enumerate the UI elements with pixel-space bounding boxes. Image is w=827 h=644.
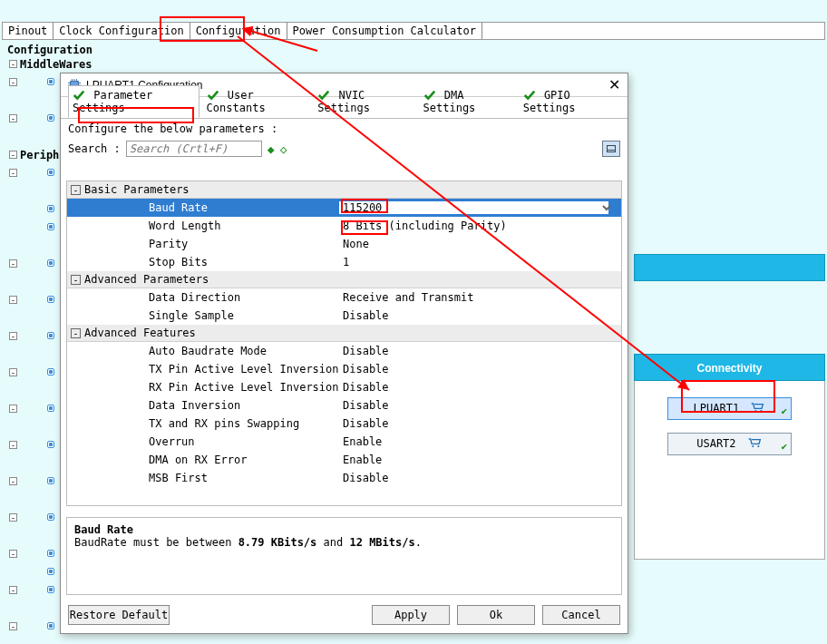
tree-expand-icon[interactable]: - [9,405,17,413]
tree-expand-icon[interactable]: - [9,151,17,159]
search-next-icon[interactable]: ◆ [268,142,275,156]
param-name: Data Direction [67,291,339,304]
row-msb-first[interactable]: MSB FirstDisable [67,469,621,487]
tab-gpio-settings[interactable]: GPIO Settings [519,85,621,118]
tab-clock-config[interactable]: Clock Configuration [54,23,190,39]
row-word-length[interactable]: Word Length 8 Bits (including Parity) [67,217,621,235]
tree-expand-icon[interactable]: - [9,296,17,304]
tree-expand-icon[interactable]: - [9,114,17,122]
row-pin-swapping[interactable]: TX and RX pins SwappingDisable [67,415,621,433]
tree-expand-icon[interactable]: - [9,78,17,86]
row-parity[interactable]: Parity None [67,235,621,253]
ok-button[interactable]: Ok [457,605,535,625]
tree-node-icon[interactable] [47,296,54,303]
tree-expand-icon[interactable]: - [9,477,17,485]
tree-expand-icon[interactable]: - [9,60,17,68]
row-rx-inversion[interactable]: RX Pin Active Level InversionDisable [67,378,621,396]
param-value[interactable]: Enable [339,454,621,466]
tree-node-icon[interactable] [47,568,54,575]
param-value[interactable]: Disable [339,381,621,394]
tree-node-icon[interactable] [47,169,54,176]
tree-node-icon[interactable] [47,368,54,376]
tab-user-constants[interactable]: User Constants [202,85,311,118]
tab-configuration[interactable]: Configuration [190,23,287,39]
search-row: Search : ◆ ◇ [61,137,628,161]
tree-node-icon[interactable] [47,513,54,521]
collapse-icon[interactable]: - [71,328,81,338]
tree-periph[interactable]: Periph [20,149,59,161]
param-name: Data Inversion [67,399,339,412]
param-value[interactable]: Disable [339,363,621,376]
tab-power-calc[interactable]: Power Consumption Calculator [287,23,482,39]
param-value[interactable]: Disable [339,472,621,484]
row-overrun[interactable]: OverrunEnable [67,433,621,451]
row-dma-rx-error[interactable]: DMA on RX ErrorEnable [67,451,621,469]
tree-node-icon[interactable] [47,441,54,448]
tab-dma-settings[interactable]: DMA Settings [419,85,516,118]
check-icon: ✔ [781,405,787,417]
param-value[interactable]: Disable [339,309,621,322]
tree-expand-icon[interactable]: - [9,259,17,268]
search-prev-icon[interactable]: ◇ [280,142,287,156]
tree-expand-icon[interactable]: - [9,169,17,177]
tree-node-icon[interactable] [47,223,54,230]
row-tx-inversion[interactable]: TX Pin Active Level InversionDisable [67,360,621,378]
row-data-direction[interactable]: Data Direction Receive and Transmit [67,288,621,307]
tree-expand-icon[interactable]: - [9,513,17,522]
cancel-button[interactable]: Cancel [542,605,620,625]
dropdown-icon[interactable] [601,202,612,213]
param-value[interactable]: Disable [339,345,621,357]
tab-pinout[interactable]: Pinout [3,23,54,39]
collapse-icon[interactable]: - [71,185,81,195]
tree-middlewares[interactable]: MiddleWares [20,58,92,71]
tab-nvic-settings[interactable]: NVIC Settings [313,85,415,118]
row-data-inversion[interactable]: Data InversionDisable [67,396,621,415]
svg-point-2 [752,445,754,447]
collapse-icon[interactable]: - [71,275,81,285]
tree-node-icon[interactable] [47,586,54,593]
tree-node-icon[interactable] [47,205,54,212]
tree-node-icon[interactable] [47,550,54,557]
tree-node-icon[interactable] [47,78,54,85]
connectivity-usart2-button[interactable]: USART2 ✔ [667,433,792,455]
param-value[interactable]: None [339,238,621,250]
param-value[interactable]: Receive and Transmit [339,291,621,304]
row-auto-baudrate[interactable]: Auto Baudrate ModeDisable [67,342,621,360]
tab-parameter-settings[interactable]: Parameter Settings [68,85,199,118]
tree-node-icon[interactable] [47,405,54,412]
row-single-sample[interactable]: Single Sample Disable [67,307,621,325]
connectivity-lpuart1-button[interactable]: LPUART1 ✔ [667,397,792,420]
tree-expand-icon[interactable]: - [9,368,17,376]
tree-node-icon[interactable] [47,332,54,339]
tree-node-icon[interactable] [47,477,54,484]
apply-button[interactable]: Apply [372,605,450,625]
group-advanced-features[interactable]: -Advanced Features [67,325,621,342]
search-input[interactable] [126,141,262,157]
row-baud-rate[interactable]: Baud Rate 115200 [67,199,621,217]
check-icon [317,89,330,102]
param-value[interactable]: Disable [339,417,621,430]
tree-node-icon[interactable] [47,622,54,629]
group-advanced-parameters[interactable]: -Advanced Parameters [67,271,621,288]
param-value[interactable]: Enable [339,435,621,448]
tree-node-icon[interactable] [47,114,54,122]
restore-default-button[interactable]: Restore Default [68,605,170,625]
tree-node-icon[interactable] [47,259,54,267]
param-value[interactable]: 8 Bits (including Parity) [339,220,621,232]
tree-expand-icon[interactable]: - [9,586,17,594]
connectivity-usart2-label: USART2 [696,437,735,450]
param-name: Single Sample [67,309,339,322]
param-value[interactable]: 115200 [339,201,608,214]
tree-expand-icon[interactable]: - [9,550,17,558]
param-name: Auto Baudrate Mode [67,345,339,357]
tree-expand-icon[interactable]: - [9,332,17,340]
group-basic-parameters[interactable]: -Basic Parameters [67,181,621,199]
svg-point-3 [757,445,759,447]
tree-expand-icon[interactable]: - [9,622,17,630]
row-stop-bits[interactable]: Stop Bits 1 [67,253,621,271]
list-view-icon[interactable] [602,141,620,157]
param-value[interactable]: 1 [339,256,621,268]
connectivity-lpuart1-label: LPUART1 [694,402,740,415]
param-value[interactable]: Disable [339,399,621,412]
tree-expand-icon[interactable]: - [9,441,17,449]
